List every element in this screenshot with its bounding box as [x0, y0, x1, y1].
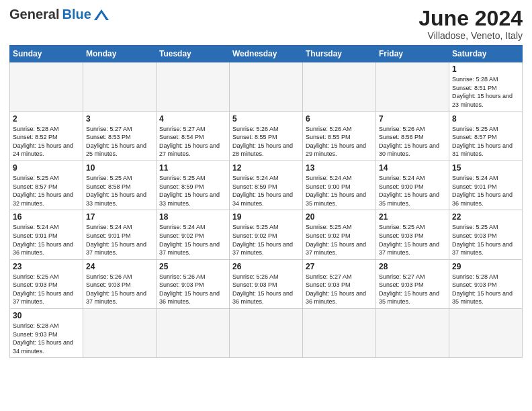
table-row: 21Sunrise: 5:25 AM Sunset: 9:03 PM Dayli… — [376, 210, 449, 259]
calendar-body: 1Sunrise: 5:28 AM Sunset: 8:51 PM Daylig… — [10, 62, 523, 358]
table-row: 4Sunrise: 5:27 AM Sunset: 8:54 PM Daylig… — [157, 111, 230, 161]
table-row: 26Sunrise: 5:26 AM Sunset: 9:03 PM Dayli… — [230, 259, 303, 308]
table-row: 12Sunrise: 5:24 AM Sunset: 8:59 PM Dayli… — [230, 161, 303, 210]
logo-general: General — [9, 7, 59, 22]
day-number: 22 — [452, 212, 519, 222]
table-row — [230, 62, 303, 111]
table-row: 18Sunrise: 5:24 AM Sunset: 9:02 PM Dayli… — [157, 210, 230, 259]
day-info: Sunrise: 5:25 AM Sunset: 8:58 PM Dayligh… — [86, 174, 153, 208]
day-number: 15 — [452, 163, 519, 173]
day-info: Sunrise: 5:25 AM Sunset: 9:03 PM Dayligh… — [452, 223, 519, 257]
calendar-header: Sunday Monday Tuesday Wednesday Thursday… — [10, 46, 523, 62]
day-info: Sunrise: 5:24 AM Sunset: 9:01 PM Dayligh… — [86, 223, 153, 257]
table-row: 13Sunrise: 5:24 AM Sunset: 9:00 PM Dayli… — [303, 161, 376, 210]
table-row: 19Sunrise: 5:25 AM Sunset: 9:02 PM Dayli… — [230, 210, 303, 259]
table-row — [230, 309, 303, 358]
day-info: Sunrise: 5:26 AM Sunset: 9:03 PM Dayligh… — [159, 273, 226, 306]
title-area: June 2024 Villadose, Veneto, Italy — [418, 7, 523, 41]
day-info: Sunrise: 5:24 AM Sunset: 8:59 PM Dayligh… — [232, 174, 300, 208]
table-row — [157, 309, 230, 358]
day-info: Sunrise: 5:26 AM Sunset: 8:55 PM Dayligh… — [232, 125, 300, 158]
table-row: 23Sunrise: 5:25 AM Sunset: 9:03 PM Dayli… — [10, 259, 83, 308]
header-row: Sunday Monday Tuesday Wednesday Thursday… — [10, 46, 523, 62]
day-number: 12 — [232, 163, 300, 173]
table-row: 10Sunrise: 5:25 AM Sunset: 8:58 PM Dayli… — [83, 161, 157, 210]
day-info: Sunrise: 5:28 AM Sunset: 8:52 PM Dayligh… — [13, 125, 80, 158]
day-number: 30 — [13, 311, 80, 320]
day-info: Sunrise: 5:25 AM Sunset: 8:57 PM Dayligh… — [452, 125, 519, 158]
header-friday: Friday — [376, 46, 449, 62]
day-number: 23 — [13, 262, 80, 271]
table-row: 30Sunrise: 5:28 AM Sunset: 9:03 PM Dayli… — [10, 309, 83, 358]
day-info: Sunrise: 5:25 AM Sunset: 9:02 PM Dayligh… — [306, 223, 373, 257]
day-info: Sunrise: 5:28 AM Sunset: 9:03 PM Dayligh… — [13, 322, 80, 355]
day-number: 29 — [452, 262, 519, 271]
table-row: 17Sunrise: 5:24 AM Sunset: 9:01 PM Dayli… — [83, 210, 157, 259]
header-wednesday: Wednesday — [230, 46, 303, 62]
day-number: 13 — [306, 163, 373, 173]
day-info: Sunrise: 5:27 AM Sunset: 9:03 PM Dayligh… — [306, 273, 373, 306]
day-info: Sunrise: 5:28 AM Sunset: 8:51 PM Dayligh… — [452, 75, 519, 109]
day-number: 8 — [452, 114, 519, 124]
day-info: Sunrise: 5:25 AM Sunset: 9:03 PM Dayligh… — [379, 223, 446, 257]
day-number: 2 — [13, 114, 80, 124]
day-number: 14 — [379, 163, 446, 173]
day-info: Sunrise: 5:25 AM Sunset: 8:57 PM Dayligh… — [13, 174, 80, 208]
day-info: Sunrise: 5:28 AM Sunset: 9:03 PM Dayligh… — [452, 273, 519, 306]
day-info: Sunrise: 5:26 AM Sunset: 9:03 PM Dayligh… — [86, 273, 153, 306]
day-info: Sunrise: 5:24 AM Sunset: 9:00 PM Dayligh… — [306, 174, 373, 208]
table-row: 14Sunrise: 5:24 AM Sunset: 9:00 PM Dayli… — [376, 161, 449, 210]
table-row — [303, 62, 376, 111]
table-row: 7Sunrise: 5:26 AM Sunset: 8:56 PM Daylig… — [376, 111, 449, 161]
table-row — [83, 309, 157, 358]
table-row: 1Sunrise: 5:28 AM Sunset: 8:51 PM Daylig… — [449, 62, 523, 111]
day-number: 9 — [13, 163, 80, 173]
day-number: 1 — [452, 64, 519, 74]
day-number: 5 — [232, 114, 300, 124]
table-row — [157, 62, 230, 111]
table-row: 20Sunrise: 5:25 AM Sunset: 9:02 PM Dayli… — [303, 210, 376, 259]
location-subtitle: Villadose, Veneto, Italy — [418, 30, 523, 41]
day-info: Sunrise: 5:27 AM Sunset: 9:03 PM Dayligh… — [379, 273, 446, 306]
table-row: 22Sunrise: 5:25 AM Sunset: 9:03 PM Dayli… — [449, 210, 523, 259]
table-row: 29Sunrise: 5:28 AM Sunset: 9:03 PM Dayli… — [449, 259, 523, 308]
table-row — [303, 309, 376, 358]
day-number: 19 — [232, 212, 300, 222]
day-number: 10 — [86, 163, 153, 173]
table-row — [376, 62, 449, 111]
table-row: 27Sunrise: 5:27 AM Sunset: 9:03 PM Dayli… — [303, 259, 376, 308]
header-tuesday: Tuesday — [157, 46, 230, 62]
day-number: 25 — [159, 262, 226, 271]
day-number: 28 — [379, 262, 446, 271]
header: General Blue June 2024 Villadose, Veneto… — [9, 7, 523, 41]
table-row: 25Sunrise: 5:26 AM Sunset: 9:03 PM Dayli… — [157, 259, 230, 308]
day-number: 21 — [379, 212, 446, 222]
day-info: Sunrise: 5:24 AM Sunset: 9:00 PM Dayligh… — [379, 174, 446, 208]
header-thursday: Thursday — [303, 46, 376, 62]
day-info: Sunrise: 5:25 AM Sunset: 8:59 PM Dayligh… — [159, 174, 226, 208]
day-number: 4 — [159, 114, 226, 124]
day-number: 16 — [13, 212, 80, 222]
header-saturday: Saturday — [449, 46, 523, 62]
page: General Blue June 2024 Villadose, Veneto… — [0, 0, 532, 365]
logo-blue: Blue — [62, 7, 91, 22]
table-row: 28Sunrise: 5:27 AM Sunset: 9:03 PM Dayli… — [376, 259, 449, 308]
table-row — [10, 62, 83, 111]
day-info: Sunrise: 5:25 AM Sunset: 9:03 PM Dayligh… — [13, 273, 80, 306]
day-info: Sunrise: 5:26 AM Sunset: 8:55 PM Dayligh… — [306, 125, 373, 158]
day-number: 20 — [306, 212, 373, 222]
day-info: Sunrise: 5:24 AM Sunset: 9:01 PM Dayligh… — [13, 223, 80, 257]
day-number: 26 — [232, 262, 300, 271]
day-info: Sunrise: 5:26 AM Sunset: 8:56 PM Dayligh… — [379, 125, 446, 158]
logo-icon — [94, 9, 109, 20]
month-title: June 2024 — [418, 7, 523, 30]
day-number: 17 — [86, 212, 153, 222]
table-row — [376, 309, 449, 358]
table-row: 9Sunrise: 5:25 AM Sunset: 8:57 PM Daylig… — [10, 161, 83, 210]
table-row: 6Sunrise: 5:26 AM Sunset: 8:55 PM Daylig… — [303, 111, 376, 161]
day-info: Sunrise: 5:25 AM Sunset: 9:02 PM Dayligh… — [232, 223, 300, 257]
day-info: Sunrise: 5:26 AM Sunset: 9:03 PM Dayligh… — [232, 273, 300, 306]
table-row: 3Sunrise: 5:27 AM Sunset: 8:53 PM Daylig… — [83, 111, 157, 161]
table-row: 16Sunrise: 5:24 AM Sunset: 9:01 PM Dayli… — [10, 210, 83, 259]
day-number: 27 — [306, 262, 373, 271]
